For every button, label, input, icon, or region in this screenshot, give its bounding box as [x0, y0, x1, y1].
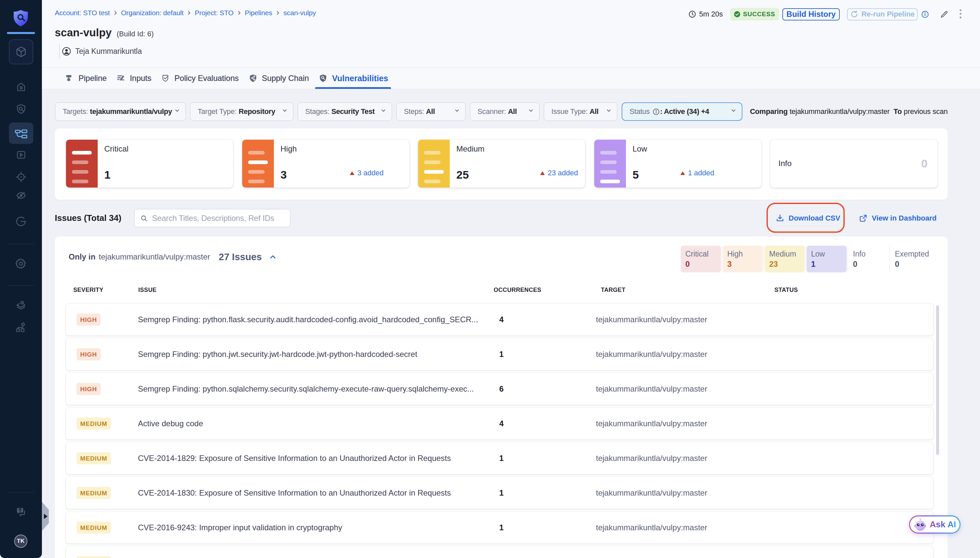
high-added-indicator: 3 added — [350, 168, 384, 178]
sidebar-divider — [7, 244, 34, 245]
sidebar-item-targets[interactable] — [0, 171, 42, 183]
chevron-down-icon — [173, 107, 181, 116]
sidebar-item-settings[interactable] — [0, 258, 42, 270]
sidebar-item-org-settings[interactable] — [0, 321, 42, 333]
supply-chain-tab-icon — [249, 74, 258, 83]
sidebar-item-baselines[interactable] — [0, 190, 42, 202]
status-filter[interactable]: Status : Active (34) +4 — [622, 102, 743, 121]
download-csv-button[interactable]: Download CSV — [775, 209, 840, 227]
tab-policy-evaluations[interactable]: Policy Evaluations — [161, 68, 239, 89]
sidebar-item-pipelines[interactable] — [9, 123, 33, 144]
medium-list-icon — [418, 140, 450, 187]
tab-supply-chain[interactable]: Supply Chain — [249, 68, 309, 89]
sidebar-item-project-settings[interactable] — [0, 299, 42, 311]
table-header: SEVERITY ISSUE OCCURRENCES TARGET STATUS — [55, 287, 948, 294]
chevron-right-icon — [113, 10, 118, 15]
expand-arrow-icon — [44, 514, 47, 519]
severity-badge: HIGH — [77, 348, 101, 361]
triangle-up-icon — [350, 171, 354, 175]
build-duration: 5m 20s — [688, 10, 723, 18]
pill-low: Low1 — [807, 246, 847, 272]
sidebar-expand-handle[interactable] — [42, 502, 49, 531]
gear-icon — [15, 258, 27, 270]
stages-filter[interactable]: Stages: Security Test — [298, 102, 392, 121]
breadcrumb-pipelines[interactable]: Pipelines — [245, 9, 272, 17]
external-link-icon — [859, 213, 868, 223]
scanner-filter[interactable]: Scanner: All — [470, 102, 540, 121]
issue-row[interactable]: HIGH Semgrep Finding: python.flask.secur… — [66, 304, 933, 335]
active-module-indicator — [7, 32, 35, 34]
sidebar-item-help[interactable] — [0, 506, 42, 519]
tab-bar: Pipeline Inputs Policy Evaluations Suppl… — [65, 68, 388, 89]
issue-row[interactable]: MEDIUM CVE-2014-1830: Exposure of Sensit… — [66, 477, 933, 509]
severity-pill-bar: Critical0 High3 Medium23 Low1 Info0 Exem… — [680, 246, 931, 272]
only-in-target: tejakummarikuntla/vulpy:master — [99, 252, 210, 261]
breadcrumb: Account: STO test Organization: default … — [55, 8, 316, 18]
chevron-down-icon — [527, 107, 535, 116]
tab-inputs[interactable]: Inputs — [116, 68, 151, 89]
low-list-icon — [594, 140, 626, 187]
pipeline-tab-icon — [65, 74, 74, 83]
help-chat-icon — [15, 506, 28, 519]
breadcrumb-organization[interactable]: Organization: default — [121, 9, 184, 17]
refresh-icon — [850, 10, 859, 18]
triangle-up-icon — [681, 171, 685, 175]
severity-badge: MEDIUM — [77, 418, 111, 430]
sidebar-item-home[interactable] — [0, 81, 42, 92]
kebab-menu-icon[interactable] — [959, 9, 962, 20]
download-icon — [775, 213, 785, 223]
target-type-filter[interactable]: Target Type: Repository — [190, 102, 293, 121]
comparing-info: Comparing tejakummarikuntla/vulpy:master… — [750, 102, 948, 121]
pipeline-info-icon[interactable] — [921, 10, 929, 18]
module-switcher-button[interactable] — [9, 39, 33, 64]
issue-row[interactable]: HIGH Semgrep Finding: python.sqlalchemy.… — [66, 373, 933, 405]
issues-search — [134, 209, 290, 227]
issue-row[interactable]: HIGH Semgrep Finding: python.jwt.securit… — [66, 338, 933, 370]
targets-filter[interactable]: Targets: tejakummarikuntla/vulpy — [55, 102, 186, 121]
pill-critical: Critical0 — [681, 246, 721, 272]
sto-module-logo-icon[interactable] — [13, 10, 28, 26]
pill-medium: Medium23 — [764, 246, 805, 272]
tab-pipeline[interactable]: Pipeline — [65, 68, 106, 89]
build-id: (Build Id: 6) — [116, 30, 154, 38]
chevron-down-icon — [730, 107, 737, 116]
steps-filter[interactable]: Steps: All — [396, 102, 466, 121]
check-circle-icon — [733, 11, 741, 18]
low-card: Low 5 1 added — [594, 140, 761, 187]
tab-vulnerabilities[interactable]: Vulnerabilities — [318, 68, 388, 89]
build-history-button[interactable]: Build History — [782, 8, 839, 20]
clock-icon — [688, 10, 697, 18]
issue-row[interactable]: MEDIUM CVE-2017-11424: PyJWT vulnerable … — [66, 547, 933, 558]
user-avatar[interactable]: TK — [14, 535, 28, 548]
pill-info: Info0 — [848, 246, 888, 272]
sidebar-item-executions[interactable] — [0, 149, 42, 161]
issue-type-filter[interactable]: Issue Type: All — [544, 102, 617, 121]
search-input[interactable] — [152, 213, 285, 223]
issue-row[interactable]: MEDIUM CVE-2016-9243: Improper input val… — [66, 512, 933, 543]
sidebar-item-overview[interactable] — [0, 103, 42, 115]
rerun-pipeline-button[interactable]: Re-run Pipeline — [847, 8, 918, 20]
severity-badge: MEDIUM — [77, 522, 111, 534]
severity-badge: HIGH — [77, 383, 101, 395]
chevron-up-icon[interactable] — [268, 252, 278, 262]
chevron-right-icon — [187, 10, 192, 15]
breadcrumb-account[interactable]: Account: STO test — [55, 9, 110, 17]
high-list-icon — [242, 140, 274, 187]
critical-list-icon — [66, 140, 98, 187]
module-cube-icon — [15, 45, 28, 58]
edit-pipeline-icon[interactable] — [940, 10, 949, 19]
title-row: scan-vulpy (Build Id: 6) — [55, 26, 154, 39]
home-icon — [15, 81, 27, 92]
breadcrumb-project[interactable]: Project: STO — [195, 9, 233, 17]
user-name: Teja Kummarikuntla — [75, 47, 142, 56]
header-controls: 5m 20s SUCCESS Build History Re-run Pipe… — [688, 7, 962, 22]
issue-row[interactable]: MEDIUM CVE-2014-1829: Exposure of Sensit… — [66, 442, 933, 474]
view-in-dashboard-button[interactable]: View in Dashboard — [859, 209, 936, 227]
sidebar-item-getting-started[interactable] — [0, 215, 42, 228]
ask-ai-button[interactable]: Ask AI — [909, 515, 960, 533]
table-scrollbar[interactable] — [936, 305, 939, 455]
executions-icon — [15, 149, 27, 161]
issue-row[interactable]: MEDIUM Active debug code 4 tejakummariku… — [66, 408, 933, 440]
medium-card: Medium 25 23 added — [418, 140, 585, 187]
breadcrumb-current[interactable]: scan-vulpy — [283, 9, 316, 17]
